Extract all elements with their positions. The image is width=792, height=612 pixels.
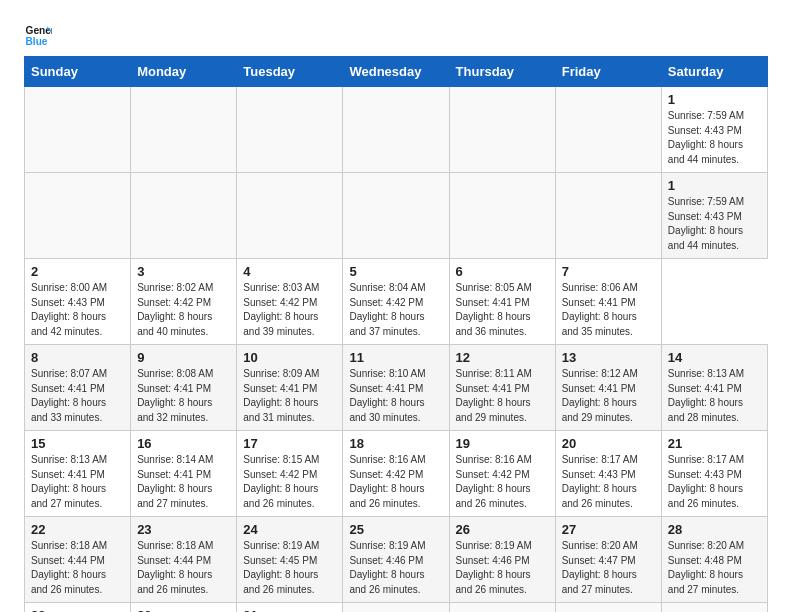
day-info: Sunrise: 8:04 AMSunset: 4:42 PMDaylight:… — [349, 281, 442, 339]
day-number: 1 — [668, 92, 761, 107]
day-number: 2 — [31, 264, 124, 279]
day-number: 6 — [456, 264, 549, 279]
col-header-sunday: Sunday — [25, 57, 131, 87]
calendar-week-5: 22Sunrise: 8:18 AMSunset: 4:44 PMDayligh… — [25, 517, 768, 603]
col-header-friday: Friday — [555, 57, 661, 87]
day-number: 11 — [349, 350, 442, 365]
day-info: Sunrise: 7:59 AMSunset: 4:43 PMDaylight:… — [668, 195, 761, 253]
logo: General Blue — [24, 20, 52, 48]
empty-cell — [237, 173, 343, 259]
empty-cell — [449, 173, 555, 259]
page-header: General Blue — [24, 20, 768, 48]
day-cell-29: 29Sunrise: 8:20 AMSunset: 4:49 PMDayligh… — [25, 603, 131, 613]
day-cell-1: 1Sunrise: 7:59 AMSunset: 4:43 PMDaylight… — [661, 87, 767, 173]
day-number: 5 — [349, 264, 442, 279]
day-info: Sunrise: 8:18 AMSunset: 4:44 PMDaylight:… — [31, 539, 124, 597]
day-cell-21: 21Sunrise: 8:17 AMSunset: 4:43 PMDayligh… — [661, 431, 767, 517]
day-number: 15 — [31, 436, 124, 451]
empty-cell — [343, 173, 449, 259]
day-cell-27: 27Sunrise: 8:20 AMSunset: 4:47 PMDayligh… — [555, 517, 661, 603]
day-cell-6: 6Sunrise: 8:05 AMSunset: 4:41 PMDaylight… — [449, 259, 555, 345]
svg-text:General: General — [26, 25, 52, 36]
day-number: 9 — [137, 350, 230, 365]
calendar-table: SundayMondayTuesdayWednesdayThursdayFrid… — [24, 56, 768, 612]
day-info: Sunrise: 8:07 AMSunset: 4:41 PMDaylight:… — [31, 367, 124, 425]
day-number: 12 — [456, 350, 549, 365]
calendar-week-1: 1Sunrise: 7:59 AMSunset: 4:43 PMDaylight… — [25, 173, 768, 259]
day-cell-5: 5Sunrise: 8:04 AMSunset: 4:42 PMDaylight… — [343, 259, 449, 345]
col-header-wednesday: Wednesday — [343, 57, 449, 87]
day-info: Sunrise: 8:19 AMSunset: 4:46 PMDaylight:… — [349, 539, 442, 597]
day-cell-17: 17Sunrise: 8:15 AMSunset: 4:42 PMDayligh… — [237, 431, 343, 517]
empty-cell — [237, 87, 343, 173]
day-number: 13 — [562, 350, 655, 365]
day-number: 3 — [137, 264, 230, 279]
day-number: 24 — [243, 522, 336, 537]
day-info: Sunrise: 8:03 AMSunset: 4:42 PMDaylight:… — [243, 281, 336, 339]
day-info: Sunrise: 8:16 AMSunset: 4:42 PMDaylight:… — [349, 453, 442, 511]
day-number: 1 — [668, 178, 761, 193]
empty-cell — [449, 87, 555, 173]
day-cell-3: 3Sunrise: 8:02 AMSunset: 4:42 PMDaylight… — [131, 259, 237, 345]
day-number: 26 — [456, 522, 549, 537]
day-info: Sunrise: 8:09 AMSunset: 4:41 PMDaylight:… — [243, 367, 336, 425]
logo-icon: General Blue — [24, 20, 52, 48]
empty-cell — [449, 603, 555, 613]
day-info: Sunrise: 8:13 AMSunset: 4:41 PMDaylight:… — [31, 453, 124, 511]
day-cell-1: 1Sunrise: 7:59 AMSunset: 4:43 PMDaylight… — [661, 173, 767, 259]
empty-cell — [131, 87, 237, 173]
day-info: Sunrise: 8:17 AMSunset: 4:43 PMDaylight:… — [562, 453, 655, 511]
day-cell-26: 26Sunrise: 8:19 AMSunset: 4:46 PMDayligh… — [449, 517, 555, 603]
day-number: 16 — [137, 436, 230, 451]
calendar-week-6: 29Sunrise: 8:20 AMSunset: 4:49 PMDayligh… — [25, 603, 768, 613]
calendar-header-row: SundayMondayTuesdayWednesdayThursdayFrid… — [25, 57, 768, 87]
day-info: Sunrise: 8:05 AMSunset: 4:41 PMDaylight:… — [456, 281, 549, 339]
day-number: 14 — [668, 350, 761, 365]
day-number: 30 — [137, 608, 230, 612]
day-number: 21 — [668, 436, 761, 451]
empty-cell — [25, 87, 131, 173]
day-cell-16: 16Sunrise: 8:14 AMSunset: 4:41 PMDayligh… — [131, 431, 237, 517]
day-number: 27 — [562, 522, 655, 537]
day-info: Sunrise: 8:08 AMSunset: 4:41 PMDaylight:… — [137, 367, 230, 425]
day-cell-31: 31Sunrise: 8:20 AMSunset: 4:50 PMDayligh… — [237, 603, 343, 613]
day-cell-20: 20Sunrise: 8:17 AMSunset: 4:43 PMDayligh… — [555, 431, 661, 517]
day-cell-10: 10Sunrise: 8:09 AMSunset: 4:41 PMDayligh… — [237, 345, 343, 431]
col-header-saturday: Saturday — [661, 57, 767, 87]
day-number: 19 — [456, 436, 549, 451]
day-info: Sunrise: 8:12 AMSunset: 4:41 PMDaylight:… — [562, 367, 655, 425]
day-cell-13: 13Sunrise: 8:12 AMSunset: 4:41 PMDayligh… — [555, 345, 661, 431]
day-cell-4: 4Sunrise: 8:03 AMSunset: 4:42 PMDaylight… — [237, 259, 343, 345]
day-info: Sunrise: 8:10 AMSunset: 4:41 PMDaylight:… — [349, 367, 442, 425]
day-info: Sunrise: 8:11 AMSunset: 4:41 PMDaylight:… — [456, 367, 549, 425]
empty-cell — [555, 173, 661, 259]
day-cell-24: 24Sunrise: 8:19 AMSunset: 4:45 PMDayligh… — [237, 517, 343, 603]
day-number: 25 — [349, 522, 442, 537]
day-number: 28 — [668, 522, 761, 537]
day-info: Sunrise: 8:19 AMSunset: 4:45 PMDaylight:… — [243, 539, 336, 597]
day-number: 29 — [31, 608, 124, 612]
day-cell-15: 15Sunrise: 8:13 AMSunset: 4:41 PMDayligh… — [25, 431, 131, 517]
day-cell-12: 12Sunrise: 8:11 AMSunset: 4:41 PMDayligh… — [449, 345, 555, 431]
calendar-week-4: 15Sunrise: 8:13 AMSunset: 4:41 PMDayligh… — [25, 431, 768, 517]
day-info: Sunrise: 8:20 AMSunset: 4:47 PMDaylight:… — [562, 539, 655, 597]
empty-cell — [25, 173, 131, 259]
day-number: 31 — [243, 608, 336, 612]
day-info: Sunrise: 8:06 AMSunset: 4:41 PMDaylight:… — [562, 281, 655, 339]
day-info: Sunrise: 8:00 AMSunset: 4:43 PMDaylight:… — [31, 281, 124, 339]
day-info: Sunrise: 8:16 AMSunset: 4:42 PMDaylight:… — [456, 453, 549, 511]
day-cell-11: 11Sunrise: 8:10 AMSunset: 4:41 PMDayligh… — [343, 345, 449, 431]
day-cell-19: 19Sunrise: 8:16 AMSunset: 4:42 PMDayligh… — [449, 431, 555, 517]
day-number: 7 — [562, 264, 655, 279]
calendar-week-1: 1Sunrise: 7:59 AMSunset: 4:43 PMDaylight… — [25, 87, 768, 173]
empty-cell — [343, 87, 449, 173]
day-info: Sunrise: 8:02 AMSunset: 4:42 PMDaylight:… — [137, 281, 230, 339]
day-cell-18: 18Sunrise: 8:16 AMSunset: 4:42 PMDayligh… — [343, 431, 449, 517]
day-info: Sunrise: 8:18 AMSunset: 4:44 PMDaylight:… — [137, 539, 230, 597]
col-header-tuesday: Tuesday — [237, 57, 343, 87]
empty-cell — [131, 173, 237, 259]
day-number: 18 — [349, 436, 442, 451]
day-number: 8 — [31, 350, 124, 365]
empty-cell — [555, 603, 661, 613]
day-info: Sunrise: 8:14 AMSunset: 4:41 PMDaylight:… — [137, 453, 230, 511]
